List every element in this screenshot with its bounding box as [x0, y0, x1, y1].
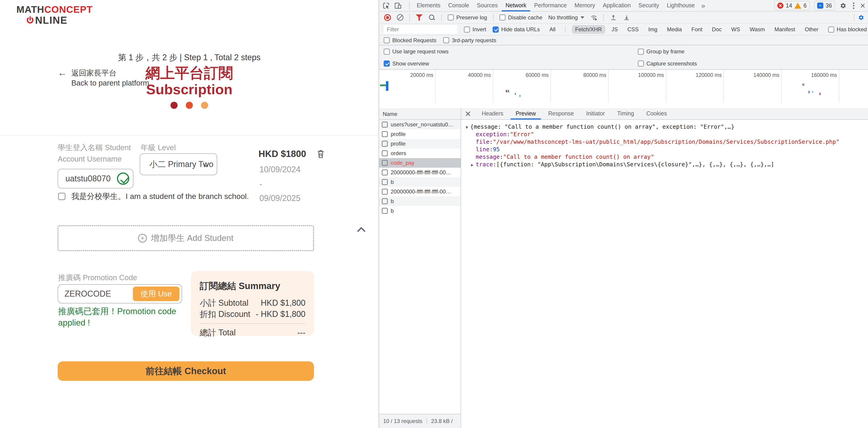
request-checkbox[interactable] — [382, 150, 388, 156]
request-row[interactable]: b — [379, 206, 461, 216]
request-checkbox[interactable] — [382, 189, 388, 195]
tree-caret-icon[interactable]: ▶ — [469, 163, 476, 167]
filter-chip-all[interactable]: All — [546, 25, 559, 34]
filter-chip-css[interactable]: CSS — [624, 25, 642, 34]
export-har-icon[interactable] — [623, 14, 630, 21]
throttling-dropdown[interactable]: No throttling — [548, 15, 584, 21]
checkbox[interactable] — [383, 37, 390, 44]
request-row[interactable]: b — [379, 196, 461, 206]
filter-input[interactable] — [383, 25, 458, 34]
devtools-tab-security[interactable]: Security — [634, 0, 663, 11]
invert-checkbox[interactable]: Invert — [464, 26, 486, 33]
request-checkbox[interactable] — [382, 122, 388, 127]
request-checkbox[interactable] — [382, 141, 388, 147]
checkbox[interactable] — [383, 49, 390, 55]
request-checkbox[interactable] — [382, 198, 388, 204]
third-party-checkbox[interactable]: 3rd-party requests — [443, 37, 496, 44]
promo-code-input[interactable] — [58, 289, 126, 298]
import-har-icon[interactable] — [610, 14, 617, 21]
request-row[interactable]: profile — [379, 139, 461, 148]
has-blocked-cookies-checkbox[interactable]: Has blocked cookies — [828, 26, 868, 33]
filter-funnel-icon[interactable] — [416, 15, 423, 21]
detail-tab-preview[interactable]: Preview — [510, 108, 541, 119]
group-by-frame-checkbox[interactable]: Group by frame — [638, 48, 684, 55]
request-row[interactable]: users?user_no=uatstu0… — [379, 120, 461, 130]
request-checkbox[interactable] — [382, 179, 388, 185]
filter-chip-other[interactable]: Other — [801, 25, 822, 34]
devtools-tab-network[interactable]: Network — [502, 0, 530, 11]
search-icon[interactable] — [429, 14, 435, 21]
detail-tab-response[interactable]: Response — [543, 108, 579, 119]
devtools-tab-elements[interactable]: Elements — [413, 0, 444, 11]
filter-chip-js[interactable]: JS — [609, 25, 621, 34]
request-row[interactable]: orders — [379, 148, 461, 158]
checkbox[interactable] — [499, 15, 505, 21]
network-overview-timeline[interactable]: 20000 ms40000 ms60000 ms80000 ms100000 m… — [379, 70, 868, 108]
branch-school-checkbox[interactable] — [58, 193, 65, 200]
detail-tab-headers[interactable]: Headers — [477, 108, 508, 119]
issues-badge[interactable]: ✕ 14 6 — [774, 1, 810, 10]
checkbox-checked[interactable] — [493, 26, 499, 33]
devtools-tab-console[interactable]: Console — [444, 0, 473, 11]
add-student-button[interactable]: + 增加學生 Add Student — [58, 225, 314, 251]
request-checkbox[interactable] — [382, 160, 388, 166]
level-select[interactable]: 小二 Primary Two — [140, 153, 217, 175]
show-overview-checkbox[interactable]: Show overview — [383, 60, 429, 67]
devtools-tab-lighthouse[interactable]: Lighthouse — [663, 0, 699, 11]
filter-chip-wasm[interactable]: Wasm — [746, 25, 768, 34]
filter-chip-manifest[interactable]: Manifest — [771, 25, 799, 34]
filter-chip-ws[interactable]: WS — [728, 25, 743, 34]
checkbox[interactable] — [638, 49, 644, 55]
filter-chip-font[interactable]: Font — [688, 25, 706, 34]
request-row[interactable]: code_pay — [379, 158, 461, 168]
filter-chip-fetchxhr[interactable]: Fetch/XHR — [572, 25, 605, 34]
detail-tab-initiator[interactable]: Initiator — [581, 108, 610, 119]
request-row[interactable]: profile — [379, 130, 461, 139]
close-devtools-icon[interactable]: × — [860, 2, 865, 9]
blocked-requests-checkbox[interactable]: Blocked Requests — [383, 37, 436, 44]
network-conditions-icon[interactable] — [590, 14, 597, 21]
devtools-tab-application[interactable]: Application — [599, 0, 634, 11]
request-checkbox[interactable] — [382, 208, 388, 214]
more-tabs-icon[interactable]: » — [699, 2, 708, 9]
checkout-button[interactable]: 前往結帳 Checkout — [58, 361, 314, 381]
inspect-element-icon[interactable] — [382, 2, 390, 9]
request-checkbox[interactable] — [382, 170, 388, 175]
request-row[interactable]: b — [379, 177, 461, 187]
checkbox-checked[interactable] — [383, 60, 390, 67]
network-settings-gear-icon[interactable] — [858, 14, 865, 21]
filter-chip-img[interactable]: Img — [645, 25, 660, 34]
capture-screenshots-checkbox[interactable]: Capture screenshots — [638, 60, 697, 67]
request-checkbox[interactable] — [382, 131, 388, 137]
use-large-rows-checkbox[interactable]: Use large request rows — [383, 48, 448, 55]
use-promo-button[interactable]: 使用 Use — [133, 287, 179, 301]
username-input[interactable] — [58, 174, 111, 183]
collapse-chevron-icon[interactable] — [357, 227, 366, 235]
tree-caret-icon[interactable]: ▼ — [463, 125, 470, 130]
close-detail-icon[interactable]: ✕ — [465, 109, 471, 118]
delete-student-icon[interactable] — [316, 149, 325, 159]
name-column-header[interactable]: Name — [379, 108, 461, 120]
device-toolbar-icon[interactable] — [394, 2, 402, 9]
devtools-tab-memory[interactable]: Memory — [570, 0, 599, 11]
record-network-log-button[interactable] — [384, 14, 391, 21]
checkbox[interactable] — [464, 26, 470, 33]
checkbox[interactable] — [448, 15, 454, 21]
kebab-menu-icon[interactable] — [853, 5, 854, 6]
detail-tab-timing[interactable]: Timing — [612, 108, 639, 119]
settings-gear-icon[interactable] — [839, 2, 847, 9]
filter-chip-media[interactable]: Media — [664, 25, 685, 34]
clear-network-log-button[interactable] — [397, 14, 403, 21]
detail-tab-cookies[interactable]: Cookies — [642, 108, 672, 119]
preserve-log-checkbox[interactable]: Preserve log — [448, 15, 487, 21]
disable-cache-checkbox[interactable]: Disable cache — [499, 15, 542, 21]
hide-data-urls-checkbox[interactable]: Hide data URLs — [493, 26, 540, 33]
devtools-tab-sources[interactable]: Sources — [473, 0, 502, 11]
checkbox[interactable] — [828, 26, 834, 33]
request-row[interactable]: 20000000-ffff-ffff-ffff-00… — [379, 187, 461, 196]
checkbox[interactable] — [443, 37, 449, 44]
filter-chip-doc[interactable]: Doc — [709, 25, 725, 34]
checkbox[interactable] — [638, 60, 644, 67]
devtools-tab-performance[interactable]: Performance — [530, 0, 570, 11]
messages-badge[interactable]: ≡ 36 — [814, 1, 835, 10]
